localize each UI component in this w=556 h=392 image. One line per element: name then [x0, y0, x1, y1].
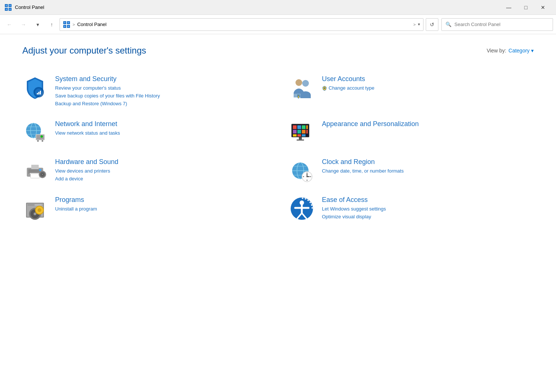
svg-rect-33: [36, 135, 44, 139]
programs-link-1[interactable]: Uninstall a program: [55, 205, 267, 213]
svg-rect-18: [37, 93, 38, 94]
svg-point-81: [34, 213, 36, 215]
view-by-label: View by:: [487, 48, 507, 54]
search-bar[interactable]: 🔍: [441, 18, 553, 31]
svg-rect-47: [299, 137, 302, 139]
svg-rect-34: [37, 140, 39, 142]
svg-rect-20: [40, 91, 41, 94]
svg-rect-6: [6, 9, 7, 10]
category-network-internet[interactable]: Network and Internet View network status…: [22, 116, 267, 150]
app-icon: [4, 4, 12, 11]
network-internet-icon: [22, 120, 48, 145]
svg-rect-45: [302, 130, 306, 134]
clock-region-link-1[interactable]: Change date, time, or number formats: [322, 167, 534, 175]
clock-region-title[interactable]: Clock and Region: [322, 158, 534, 166]
svg-rect-85: [28, 204, 34, 206]
category-clock-region[interactable]: Clock and Region Change date, time, or n…: [289, 154, 534, 188]
svg-rect-49: [293, 134, 297, 136]
main-content: Adjust your computer's settings View by:…: [0, 34, 556, 237]
ease-of-access-icon: [289, 196, 314, 221]
network-internet-text: Network and Internet View network status…: [55, 120, 267, 137]
svg-point-36: [41, 135, 43, 138]
svg-rect-42: [306, 125, 308, 129]
window-title: Control Panel: [15, 4, 500, 10]
programs-text: Programs Uninstall a program: [55, 196, 267, 213]
address-chevron: ▾: [418, 22, 420, 27]
address-arrow: >: [73, 22, 75, 27]
ease-of-access-link-1[interactable]: Let Windows suggest settings: [322, 205, 534, 213]
svg-rect-15: [68, 26, 69, 27]
hardware-sound-title[interactable]: Hardware and Sound: [55, 158, 267, 166]
user-accounts-text: User Accounts Change account type: [322, 75, 534, 93]
clock-region-text: Clock and Region Change date, time, or n…: [322, 158, 534, 175]
svg-rect-44: [297, 130, 301, 134]
svg-rect-51: [302, 134, 306, 136]
category-system-security[interactable]: System and Security Review your computer…: [22, 71, 267, 112]
address-bar[interactable]: > Control Panel > ▾: [60, 18, 424, 31]
recent-button[interactable]: ▾: [31, 18, 44, 31]
svg-rect-19: [38, 92, 39, 94]
user-accounts-link-1[interactable]: Change account type: [322, 84, 534, 93]
system-security-title[interactable]: System and Security: [55, 75, 267, 83]
address-arrow2: >: [413, 22, 416, 27]
hardware-sound-link-1[interactable]: View devices and printers: [55, 167, 267, 175]
svg-rect-41: [302, 125, 306, 129]
svg-rect-55: [31, 174, 39, 178]
clock-region-icon: [289, 158, 314, 183]
svg-rect-4: [6, 5, 7, 6]
category-user-accounts[interactable]: User Accounts Change account type: [289, 71, 534, 112]
ease-of-access-link-2[interactable]: Optimize visual display: [322, 213, 534, 221]
ease-of-access-text: Ease of Access Let Windows suggest setti…: [322, 196, 534, 221]
user-accounts-icon: [289, 75, 314, 100]
network-internet-title[interactable]: Network and Internet: [55, 120, 267, 128]
search-input[interactable]: [454, 22, 549, 27]
svg-rect-13: [68, 22, 69, 23]
svg-point-61: [39, 169, 41, 171]
svg-rect-50: [297, 134, 301, 136]
system-security-link-1[interactable]: Review your computer's status: [55, 84, 267, 92]
svg-point-21: [295, 79, 302, 86]
refresh-button[interactable]: ↺: [426, 18, 438, 31]
category-appearance[interactable]: Appearance and Personalization: [289, 116, 534, 150]
category-hardware-sound[interactable]: Hardware and Sound View devices and prin…: [22, 154, 267, 188]
up-button[interactable]: ↑: [45, 18, 58, 31]
categories-grid: System and Security Review your computer…: [22, 71, 534, 226]
svg-rect-39: [293, 125, 297, 129]
programs-title[interactable]: Programs: [55, 196, 267, 204]
svg-rect-40: [297, 125, 301, 129]
view-by: View by: Category ▾: [487, 48, 534, 54]
search-icon: 🔍: [445, 22, 451, 27]
svg-rect-26: [324, 88, 325, 89]
category-ease-of-access[interactable]: Ease of Access Let Windows suggest setti…: [289, 192, 534, 226]
close-button[interactable]: ✕: [534, 0, 552, 15]
svg-rect-48: [297, 139, 304, 141]
system-security-link-2[interactable]: Save backup copies of your files with Fi…: [55, 92, 267, 100]
back-button[interactable]: ←: [3, 18, 16, 31]
category-programs[interactable]: Programs Uninstall a program: [22, 192, 267, 226]
appearance-title[interactable]: Appearance and Personalization: [322, 120, 534, 128]
view-by-dropdown[interactable]: Category ▾: [508, 48, 534, 54]
user-accounts-title[interactable]: User Accounts: [322, 75, 534, 83]
toolbar: ← → ▾ ↑ > Control Panel > ▾ ↺ 🔍: [0, 15, 556, 34]
page-title: Adjust your computer's settings: [22, 45, 146, 56]
network-internet-link-1[interactable]: View network status and tasks: [55, 129, 267, 137]
svg-rect-35: [42, 140, 43, 142]
svg-point-60: [42, 174, 43, 175]
svg-rect-86: [35, 204, 42, 206]
address-icon: [63, 21, 70, 28]
ease-of-access-title[interactable]: Ease of Access: [322, 196, 534, 204]
maximize-button[interactable]: □: [517, 0, 534, 15]
minimize-button[interactable]: —: [500, 0, 517, 15]
address-path: Control Panel: [77, 22, 411, 27]
hardware-sound-link-2[interactable]: Add a device: [55, 175, 267, 183]
page-header: Adjust your computer's settings View by:…: [22, 45, 534, 56]
hardware-sound-icon: [22, 158, 48, 183]
svg-rect-5: [9, 5, 11, 6]
system-security-link-3[interactable]: Backup and Restore (Windows 7): [55, 100, 267, 108]
system-security-icon: [22, 75, 48, 100]
svg-rect-14: [64, 26, 65, 27]
window-controls: — □ ✕: [500, 0, 552, 15]
forward-button[interactable]: →: [17, 18, 30, 31]
svg-rect-43: [293, 130, 297, 134]
appearance-icon: [289, 120, 314, 145]
